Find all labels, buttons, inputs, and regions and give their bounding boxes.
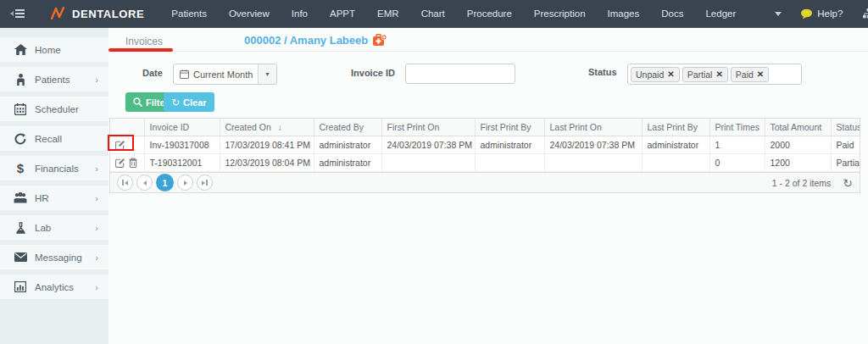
pager-prev-button[interactable] <box>136 175 153 191</box>
navbar-right: Help? Dokki System Administrator <box>800 8 868 19</box>
sidebar-item-recall[interactable]: Recall <box>0 126 108 151</box>
column-first-print-by[interactable]: First Print By <box>475 119 544 136</box>
column-total-amount[interactable]: Total Amount <box>765 119 831 136</box>
nav-item-info[interactable]: Info <box>292 8 308 19</box>
sidebar-item-hr[interactable]: HR › <box>0 186 108 210</box>
pager-next-button[interactable] <box>177 175 193 191</box>
sidebar-item-home[interactable]: Home <box>0 37 108 62</box>
sidebar-item-label: Scheduler <box>35 104 79 114</box>
nav-item-patients[interactable]: Patients <box>171 8 207 19</box>
brand-logo[interactable]: DENTALORE <box>50 6 144 21</box>
pager-page-1[interactable]: 1 <box>156 174 174 191</box>
cell-last-print-on: 24/03/2019 07:38 PM <box>544 136 642 154</box>
remove-tag-icon[interactable]: ✕ <box>757 69 764 79</box>
sidebar-item-label: Patients <box>35 75 70 85</box>
cell-last-print-by <box>642 154 709 172</box>
nav-item-prescription[interactable]: Prescription <box>534 8 586 19</box>
cell-total-amount: 2000 <box>765 136 831 154</box>
tab-invoices[interactable]: Invoices <box>125 36 163 47</box>
column-created-by[interactable]: Created By <box>314 119 381 136</box>
main-content: Invoices 000002 / Amany Labeeb Date <box>108 28 868 344</box>
status-multiselect[interactable]: Unpaid ✕ Partial ✕ Paid ✕ <box>627 64 802 85</box>
delete-invoice-icon[interactable] <box>129 158 137 168</box>
pager-refresh-icon[interactable]: ↻ <box>843 176 853 190</box>
sidebar-item-label: Financials <box>35 164 79 174</box>
sidebar-item-financials[interactable]: $ Financials › <box>0 156 108 180</box>
nav-item-appt[interactable]: APPT <box>330 8 355 19</box>
pager-last-button[interactable] <box>197 175 213 191</box>
people-group-icon <box>13 192 28 203</box>
brand-name: DENTALORE <box>72 8 144 20</box>
edit-invoice-icon[interactable] <box>115 158 125 168</box>
column-print-times[interactable]: Print Times <box>709 119 765 136</box>
top-navbar: DENTALORE Patients Overview Info APPT EM… <box>0 0 868 28</box>
sidebar: Home Patients › Scheduler Recall $ Finan… <box>0 28 108 344</box>
status-filter-label: Status <box>588 67 617 77</box>
nav-item-ledger[interactable]: Ledger <box>705 8 736 19</box>
invoices-grid: Invoice ID Created On↓ Created By First … <box>109 118 860 193</box>
date-dropdown-caret[interactable]: ▼ <box>258 64 276 84</box>
patient-header-link[interactable]: 000002 / Amany Labeeb <box>244 34 387 47</box>
nav-item-docs[interactable]: Docs <box>661 8 683 19</box>
cell-created-on: 17/03/2019 08:41 PM <box>220 136 314 154</box>
sidebar-item-analytics[interactable]: Analytics › <box>0 275 108 299</box>
sitemap-icon <box>863 8 868 19</box>
cell-first-print-on: 24/03/2019 07:38 PM <box>381 136 475 154</box>
calendar-icon <box>13 103 28 115</box>
clear-button[interactable]: ↻ Clear <box>164 92 214 112</box>
collapse-arrow-icon <box>10 11 14 16</box>
column-last-print-on[interactable]: Last Print On <box>544 119 642 136</box>
invoice-id-input[interactable] <box>405 64 515 84</box>
sidebar-item-label: Home <box>35 45 61 55</box>
sidebar-item-label: Messaging <box>35 252 82 263</box>
column-status[interactable]: Status <box>831 119 860 136</box>
cell-first-print-on <box>381 154 475 172</box>
cell-last-print-on <box>544 154 642 172</box>
date-range-dropdown[interactable]: Current Month ▼ <box>173 64 277 85</box>
pager-first-button[interactable] <box>117 175 133 191</box>
nav-item-chart[interactable]: Chart <box>421 8 445 19</box>
cell-print-times: 1 <box>709 136 765 154</box>
edit-invoice-icon[interactable] <box>115 140 125 150</box>
cell-status: Partial <box>831 154 860 172</box>
column-created-on[interactable]: Created On↓ <box>220 119 314 136</box>
status-tag-label: Unpaid <box>636 69 664 80</box>
sidebar-item-scheduler[interactable]: Scheduler <box>0 97 108 121</box>
sidebar-item-patients[interactable]: Patients › <box>0 67 108 92</box>
nav-item-images[interactable]: Images <box>608 8 640 19</box>
sidebar-item-label: HR <box>35 193 49 203</box>
column-actions <box>110 119 144 136</box>
calendar-small-icon <box>180 69 189 79</box>
tab-separator <box>108 51 868 52</box>
cell-created-by: administrator <box>314 136 381 154</box>
pager-summary: 1 - 2 of 2 items <box>772 178 831 188</box>
column-last-print-by[interactable]: Last Print By <box>642 119 709 136</box>
nav-item-emr[interactable]: EMR <box>377 8 399 19</box>
dollar-icon: $ <box>13 161 28 175</box>
sidebar-collapse-icon[interactable] <box>10 9 25 18</box>
top-menu: Patients Overview Info APPT EMR Chart Pr… <box>171 8 736 19</box>
column-invoice-id[interactable]: Invoice ID <box>144 119 220 136</box>
sidebar-item-messaging[interactable]: Messaging › <box>0 245 108 269</box>
chevron-right-icon: › <box>95 223 98 233</box>
nav-item-overview[interactable]: Overview <box>229 8 270 19</box>
nav-more-caret-icon[interactable] <box>775 12 782 16</box>
invoice-row: T-190312001 12/03/2019 08:04 PM administ… <box>110 154 860 172</box>
help-button[interactable]: Help? <box>800 8 843 19</box>
home-icon <box>13 44 28 55</box>
chevron-right-icon: › <box>95 193 98 203</box>
location-selector[interactable]: Dokki <box>863 8 868 19</box>
status-tag-label: Partial <box>687 69 713 80</box>
remove-tag-icon[interactable]: ✕ <box>715 69 722 79</box>
cell-print-times: 0 <box>709 154 765 172</box>
column-first-print-on[interactable]: First Print On <box>381 119 475 136</box>
patient-icon <box>13 74 28 86</box>
remove-tag-icon[interactable]: ✕ <box>667 69 674 79</box>
sidebar-item-label: Recall <box>35 134 62 144</box>
sidebar-item-label: Lab <box>35 223 51 233</box>
sidebar-item-lab[interactable]: Lab › <box>0 215 108 240</box>
nav-item-procedure[interactable]: Procedure <box>467 8 512 19</box>
cell-status: Paid <box>831 136 860 154</box>
refresh-icon: ↻ <box>171 97 180 108</box>
recall-refresh-icon <box>13 133 28 145</box>
